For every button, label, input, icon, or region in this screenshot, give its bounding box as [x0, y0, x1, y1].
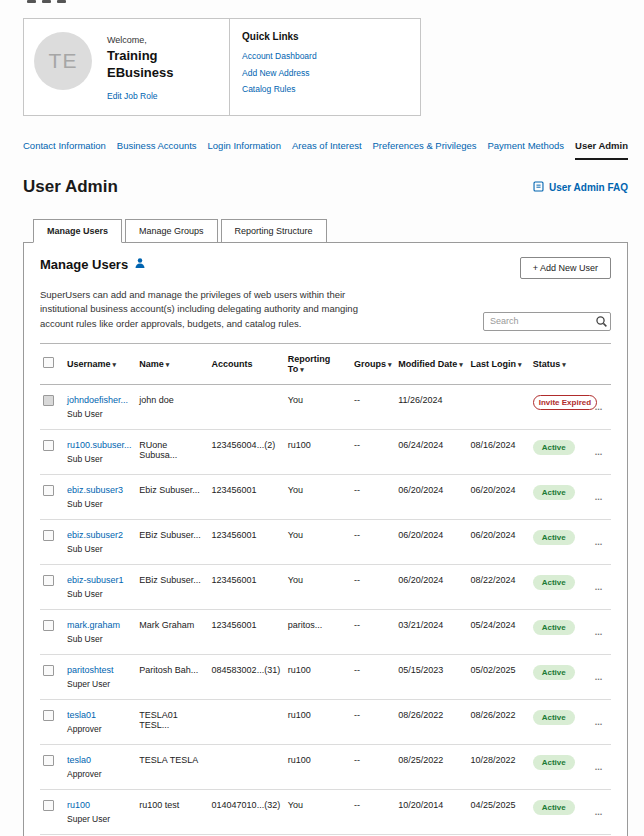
- row-actions-menu[interactable]: ...: [592, 699, 611, 744]
- user-fullname: ru100 test: [136, 789, 208, 834]
- user-fullname: john doe: [136, 384, 208, 429]
- quick-link[interactable]: Add New Address: [242, 68, 408, 78]
- admin-tab[interactable]: Manage Users: [33, 219, 122, 243]
- nav-tab[interactable]: Business Accounts: [117, 140, 197, 160]
- user-accounts: [209, 699, 285, 744]
- column-header-name[interactable]: Name▾: [136, 343, 208, 384]
- table-row: mark.graham Sub User Mark Graham 1234560…: [40, 609, 611, 654]
- admin-tab[interactable]: Manage Groups: [125, 219, 218, 243]
- manage-users-description: SuperUsers can add and manage the privil…: [40, 288, 385, 331]
- user-groups: --: [351, 744, 395, 789]
- user-role: Sub User: [67, 544, 133, 554]
- row-actions-menu[interactable]: ...: [592, 474, 611, 519]
- row-checkbox[interactable]: [43, 395, 54, 406]
- user-fullname: Ebiz Subuser...: [136, 474, 208, 519]
- row-checkbox[interactable]: [43, 575, 54, 586]
- row-actions-menu[interactable]: ...: [592, 384, 611, 429]
- user-reporting-to: ru100: [285, 744, 351, 789]
- user-last-login: 10/28/2022: [467, 744, 529, 789]
- column-header-last-login[interactable]: Last Login▾: [467, 343, 529, 384]
- column-header-modified-date[interactable]: Modified Date▾: [395, 343, 467, 384]
- quick-link[interactable]: Catalog Rules: [242, 84, 408, 94]
- row-actions-menu[interactable]: ...: [592, 429, 611, 474]
- user-admin-faq-link[interactable]: User Admin FAQ: [533, 181, 628, 194]
- column-header-groups[interactable]: Groups▾: [351, 343, 395, 384]
- status-badge: Active: [533, 440, 575, 455]
- username-link[interactable]: ru100: [67, 800, 90, 810]
- column-header-accounts: Accounts: [209, 343, 285, 384]
- user-groups: --: [351, 384, 395, 429]
- row-checkbox[interactable]: [43, 485, 54, 496]
- row-actions-menu[interactable]: ...: [592, 609, 611, 654]
- nav-tab[interactable]: Preferences & Privileges: [373, 140, 477, 160]
- select-all-checkbox[interactable]: [43, 357, 54, 368]
- column-header-username[interactable]: Username▾: [64, 343, 136, 384]
- row-actions-menu[interactable]: ...: [592, 564, 611, 609]
- manage-users-icon[interactable]: [134, 257, 146, 272]
- user-accounts: 084583002...(31): [209, 654, 285, 699]
- username-link[interactable]: ru100.subuser...: [67, 440, 132, 450]
- username-link[interactable]: mark.graham: [67, 620, 120, 630]
- status-badge: Active: [533, 485, 575, 500]
- user-reporting-to: You: [285, 789, 351, 834]
- user-groups: --: [351, 654, 395, 699]
- user-fullname: TESLA TESLA: [136, 744, 208, 789]
- manage-users-title-text: Manage Users: [40, 257, 128, 272]
- user-role: Approver: [67, 724, 133, 734]
- faq-icon: [533, 181, 544, 194]
- welcome-card: TE Welcome, Training EBusiness Edit Job …: [23, 18, 421, 116]
- edit-job-role-link[interactable]: Edit Job Role: [107, 91, 158, 101]
- row-checkbox[interactable]: [43, 710, 54, 721]
- username-link[interactable]: ebiz-subuser1: [67, 575, 124, 585]
- user-groups: --: [351, 564, 395, 609]
- nav-tab[interactable]: Contact Information: [23, 140, 106, 160]
- admin-tab[interactable]: Reporting Structure: [221, 219, 327, 243]
- user-last-login: 05/02/2025: [467, 654, 529, 699]
- row-actions-menu[interactable]: ...: [592, 789, 611, 834]
- username-link[interactable]: johndoefisher...: [67, 395, 128, 405]
- add-new-user-button[interactable]: + Add New User: [520, 257, 611, 279]
- username-link[interactable]: paritoshtest: [67, 665, 114, 675]
- row-actions-menu[interactable]: ...: [592, 519, 611, 564]
- row-actions-menu[interactable]: ...: [592, 654, 611, 699]
- nav-tab[interactable]: User Admin: [575, 140, 628, 160]
- user-modified-date: 06/20/2024: [395, 474, 467, 519]
- search-icon[interactable]: [595, 315, 608, 328]
- user-display-name: Training EBusiness: [107, 48, 179, 82]
- user-last-login: 08/22/2024: [467, 564, 529, 609]
- nav-tab[interactable]: Login Information: [208, 140, 281, 160]
- table-header-row: Username▾ Name▾ Accounts Reporting To▾ G…: [40, 343, 611, 384]
- row-checkbox[interactable]: [43, 665, 54, 676]
- nav-tab[interactable]: Payment Methods: [488, 140, 565, 160]
- user-accounts: 014047010...(32): [209, 789, 285, 834]
- user-accounts: 123456001: [209, 609, 285, 654]
- user-last-login: 04/25/2025: [467, 789, 529, 834]
- row-checkbox[interactable]: [43, 620, 54, 631]
- user-reporting-to: You: [285, 384, 351, 429]
- users-table: Username▾ Name▾ Accounts Reporting To▾ G…: [40, 343, 611, 835]
- faq-link-label: User Admin FAQ: [549, 182, 628, 193]
- username-link[interactable]: tesla0: [67, 755, 91, 765]
- username-link[interactable]: ebiz.subuser2: [67, 530, 123, 540]
- row-actions-menu[interactable]: ...: [592, 744, 611, 789]
- row-checkbox[interactable]: [43, 755, 54, 766]
- username-link[interactable]: tesla01: [67, 710, 96, 720]
- user-last-login: 06/20/2024: [467, 474, 529, 519]
- quick-link[interactable]: Account Dashboard: [242, 51, 408, 61]
- table-row: ebiz.subuser3 Sub User Ebiz Subuser... 1…: [40, 474, 611, 519]
- column-header-status[interactable]: Status▾: [530, 343, 592, 384]
- users-table-body: johndoefisher... Sub User john doe You -…: [40, 384, 611, 834]
- username-link[interactable]: ebiz.subuser3: [67, 485, 123, 495]
- row-checkbox[interactable]: [43, 530, 54, 541]
- user-fullname: EBiz Subuser...: [136, 564, 208, 609]
- column-header-reporting-to[interactable]: Reporting To▾: [285, 343, 351, 384]
- user-accounts: [209, 384, 285, 429]
- search-box: [483, 312, 611, 331]
- row-checkbox[interactable]: [43, 800, 54, 811]
- table-row: johndoefisher... Sub User john doe You -…: [40, 384, 611, 429]
- row-checkbox[interactable]: [43, 440, 54, 451]
- user-fullname: Paritosh Bah...: [136, 654, 208, 699]
- nav-tab[interactable]: Areas of Interest: [292, 140, 362, 160]
- user-modified-date: 06/20/2024: [395, 519, 467, 564]
- search-input[interactable]: [483, 312, 611, 331]
